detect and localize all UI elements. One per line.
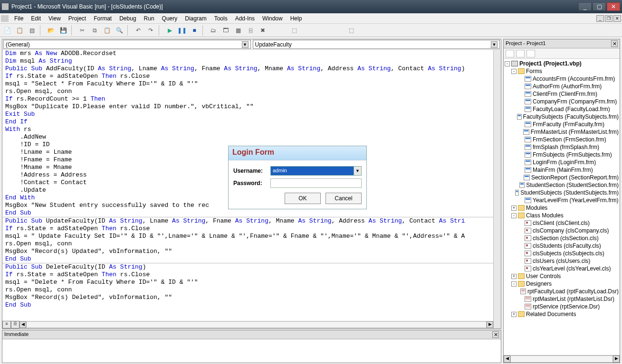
menu-project[interactable]: Project	[65, 14, 90, 23]
tree-designer-item[interactable]: rptFacultyLoad (rptFacultyLoad.Dsr)	[505, 288, 619, 295]
tree-twist-icon[interactable]: +	[511, 274, 517, 279]
toggle-folders-button[interactable]	[526, 50, 535, 57]
tree-class-item[interactable]: clsClient (clsClient.cls)	[505, 219, 619, 227]
tree-class-item[interactable]: clsCompany (clsCompany.cls)	[505, 227, 619, 234]
cancel-button[interactable]: Cancel	[325, 193, 362, 204]
procedure-view-button[interactable]: ≡	[2, 321, 11, 328]
code-horizontal-scrollbar[interactable]: ≡ ☰ ◀ ▶	[2, 321, 493, 328]
cut-button[interactable]: ✂	[77, 25, 87, 36]
form-layout-button[interactable]: ▦	[233, 25, 243, 36]
tree-form-item[interactable]: FacultySubjects (FacultySubjects.frm)	[505, 113, 619, 121]
menu-view[interactable]: View	[45, 14, 65, 23]
close-button[interactable]: ✕	[607, 2, 620, 11]
tree-form-item[interactable]: AccountsFrm (AccountsFrm.frm)	[505, 75, 619, 83]
immediate-close-button[interactable]: ✕	[492, 331, 499, 338]
tree-form-item[interactable]: LoginFrm (LoginFrm.frm)	[505, 159, 619, 166]
full-module-view-button[interactable]: ☰	[11, 321, 19, 328]
tree-class-item[interactable]: clsUsers (clsUsers.cls)	[505, 257, 619, 265]
mdi-close-button[interactable]: ✕	[613, 15, 621, 22]
tree-class-item[interactable]: clsSection (clsSection.cls)	[505, 234, 619, 242]
tree-form-item[interactable]: CompanyFrm (CompanyFrm.frm)	[505, 98, 619, 105]
open-button[interactable]: 📂	[46, 25, 56, 36]
menu-query[interactable]: Query	[158, 14, 182, 23]
tree-label: Modules	[526, 204, 547, 212]
tree-twist-icon[interactable]: +	[511, 312, 517, 317]
tree-class-item[interactable]: clsSubjects (clsSubjects.cls)	[505, 250, 619, 257]
menu-editor-button[interactable]: ▤	[27, 25, 37, 36]
minimize-button[interactable]: _	[578, 2, 592, 11]
object-browser-button[interactable]: ⌸	[245, 25, 256, 36]
tree-classmodules-folder[interactable]: -Class Modules	[505, 212, 619, 219]
find-button[interactable]: 🔍	[114, 25, 124, 36]
menu-tools[interactable]: Tools	[211, 14, 231, 23]
tree-designer-item[interactable]: rptMasterList (rptMasterList.Dsr)	[505, 295, 619, 303]
project-panel-close-button[interactable]: ✕	[611, 40, 618, 47]
menu-format[interactable]: Format	[90, 14, 115, 23]
project-horizontal-scrollbar[interactable]: ◀ ▶	[504, 355, 620, 363]
ok-button[interactable]: OK	[285, 193, 321, 204]
menu-run[interactable]: Run	[140, 14, 158, 23]
tree-form-item[interactable]: FrmFaculty (FrmFaculty.frm)	[505, 121, 619, 128]
tree-form-item[interactable]: YearLevelFrm (YearLevelFrm.frm)	[505, 196, 619, 204]
code-vertical-scrollbar[interactable]	[493, 50, 501, 328]
maximize-button[interactable]: ▢	[593, 2, 606, 11]
password-input[interactable]	[270, 178, 362, 188]
redo-button[interactable]: ↷	[145, 25, 156, 36]
tree-class-item[interactable]: clsStudents (clsFaculty.cls)	[505, 242, 619, 250]
view-object-button[interactable]	[516, 50, 525, 57]
tree-twist-icon[interactable]: -	[505, 61, 510, 66]
view-code-button[interactable]	[506, 50, 514, 57]
tree-twist-icon[interactable]: -	[511, 69, 517, 74]
data-view-button[interactable]: ⬚	[289, 25, 299, 36]
tree-forms-folder[interactable]: -Forms	[505, 67, 619, 75]
tree-twist-icon[interactable]: +	[511, 205, 517, 211]
menu-edit[interactable]: Edit	[27, 14, 45, 23]
properties-button[interactable]: 🗔	[220, 25, 231, 36]
paste-button[interactable]: 📋	[102, 25, 112, 36]
menu-debug[interactable]: Debug	[115, 14, 140, 23]
tree-designers-folder[interactable]: -Designers	[505, 280, 619, 288]
procedure-dropdown[interactable]: UpdateFaculty ▼	[253, 40, 500, 49]
project-tree[interactable]: -Project1 (Project1.vbp)-FormsAccountsFr…	[504, 59, 620, 355]
project-explorer-button[interactable]: 🗂	[208, 25, 219, 36]
tree-twist-icon[interactable]: -	[511, 281, 517, 287]
tree-form-item[interactable]: MainFrm (MainFrm.frm)	[505, 166, 619, 174]
toolbox-button[interactable]: ✖	[258, 25, 268, 36]
tree-form-item[interactable]: AuthorFrm (AuthorFrm.frm)	[505, 83, 619, 90]
tree-form-item[interactable]: FacultyLoad (FacultyLoad.frm)	[505, 105, 619, 113]
component-button[interactable]: ⬚	[346, 25, 356, 36]
tree-form-item[interactable]: frmSplash (frmSplash.frm)	[505, 143, 619, 151]
mdi-minimize-button[interactable]: _	[596, 15, 604, 22]
tree-designer-item[interactable]: rptService (rptService.Dsr)	[505, 303, 619, 310]
tree-form-item[interactable]: FrmSection (FrmSection.frm)	[505, 136, 619, 143]
tree-project-root[interactable]: -Project1 (Project1.vbp)	[505, 60, 619, 67]
tree-usercontrols-folder[interactable]: +User Controls	[505, 272, 619, 280]
tree-twist-icon[interactable]: -	[511, 213, 517, 218]
object-dropdown[interactable]: (General) ▼	[3, 40, 251, 49]
tree-form-item[interactable]: FrmMasterList (FrmMasterList.frm)	[505, 128, 619, 136]
save-button[interactable]: 💾	[58, 25, 68, 36]
tree-form-item[interactable]: StudentSubjects (StudentSubjects.frm)	[505, 189, 619, 196]
menu-help[interactable]: Help	[287, 14, 306, 23]
mdi-restore-button[interactable]: ❐	[605, 15, 612, 22]
tree-form-item[interactable]: SectionReport (SectionReport.frm)	[505, 174, 619, 181]
tree-related-folder[interactable]: +Related Documents	[505, 310, 619, 318]
start-button[interactable]: ▶	[164, 25, 175, 36]
copy-button[interactable]: ⧉	[89, 25, 100, 36]
menu-diagram[interactable]: Diagram	[181, 14, 210, 23]
tree-form-item[interactable]: ClientFrm (ClientFrm.frm)	[505, 90, 619, 98]
tree-form-item[interactable]: StudentSection (StudentSection.frm)	[505, 181, 619, 189]
menu-addins[interactable]: Add-Ins	[231, 14, 258, 23]
immediate-input[interactable]	[2, 339, 501, 363]
tree-modules-folder[interactable]: +Modules	[505, 204, 619, 212]
break-button[interactable]: ❚❚	[177, 25, 187, 36]
tree-class-item[interactable]: clsYearLevel (clsYearLevel.cls)	[505, 265, 619, 272]
tree-form-item[interactable]: FrmSubjects (FrmSubjects.frm)	[505, 151, 619, 159]
username-combobox[interactable]: admin ▼	[270, 166, 362, 176]
undo-button[interactable]: ↶	[133, 25, 144, 36]
add-form-button[interactable]: 📋	[14, 25, 25, 36]
menu-window[interactable]: Window	[258, 14, 287, 23]
add-project-button[interactable]: 📄	[2, 25, 12, 36]
end-button[interactable]: ■	[189, 25, 200, 36]
menu-file[interactable]: File	[10, 14, 27, 23]
